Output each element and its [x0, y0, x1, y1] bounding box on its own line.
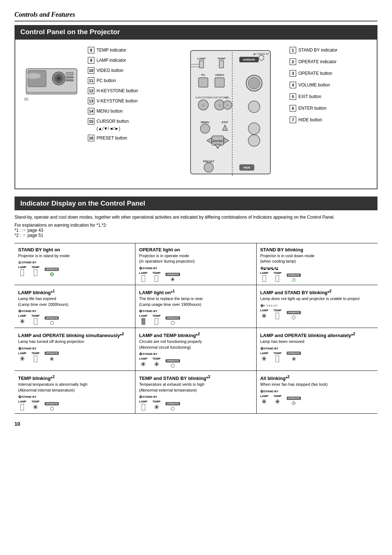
- svg-text:ENTER: ENTER: [213, 139, 222, 143]
- indicator-notes: For explanations on warning indication f…: [15, 223, 377, 238]
- svg-rect-11: [191, 50, 270, 174]
- indicator-lamp-on: LAMP light on*1 The time to replace the …: [135, 285, 256, 328]
- indicator-standby-on: STAND BY light on Projector is in stand …: [15, 243, 135, 285]
- svg-text:PC: PC: [201, 73, 205, 77]
- section-divider: [15, 21, 377, 21]
- label-8: 8 TEMP indicator: [88, 47, 171, 53]
- svg-point-36: [248, 101, 260, 113]
- label-16: 16 PRESET button: [88, 135, 171, 141]
- indicator-lamp-operate-sim: LAMP and OPERATE blinking simultaneously…: [15, 328, 135, 371]
- svg-text:80: 80: [24, 97, 29, 101]
- indicator-all-blink: All blinking*2 When inner fan has stoppe…: [257, 371, 377, 414]
- svg-text:⬡: ⬡: [218, 104, 221, 107]
- label-15: 15 CURSOR button: [88, 118, 171, 125]
- svg-text:VOL.: VOL.: [225, 96, 230, 99]
- svg-rect-6: [66, 77, 73, 78]
- label-6: 6 ENTER button: [290, 105, 366, 112]
- svg-rect-5: [66, 72, 73, 75]
- indicator-section: Stand-by, operate and cool down modes, t…: [15, 214, 377, 414]
- page-container: Controls and Features Control Panel on t…: [15, 11, 377, 427]
- svg-text:⏻ STAND BY: ⏻ STAND BY: [253, 53, 269, 55]
- label-7: 7 HIDE button: [290, 117, 366, 123]
- label-14: 14 MENU button: [88, 108, 171, 114]
- panel-diagram-svg: LAMP TEMP OPERATE ⏻ STAND BY: [183, 47, 278, 181]
- notes-header: For explanations on warning indication f…: [15, 223, 377, 228]
- indicator-intro: Stand-by, operate and cool down modes, t…: [15, 214, 377, 220]
- svg-text:VIDEO: VIDEO: [215, 73, 224, 77]
- note2: *2 : ☞ page 51: [15, 233, 377, 238]
- svg-text:V-KEYSTONE: V-KEYSTONE: [195, 96, 212, 99]
- svg-rect-15: [219, 61, 224, 68]
- projector-svg: 80: [23, 58, 81, 101]
- indicator-operate-on: OPERATE light on Projector is in operate…: [135, 243, 256, 285]
- svg-text:HIDE: HIDE: [243, 166, 250, 169]
- svg-rect-8: [26, 92, 77, 94]
- label-9: 9 LAMP indicator: [88, 57, 171, 64]
- svg-point-49: [204, 163, 213, 172]
- svg-text:+: +: [226, 104, 228, 107]
- label-5: 5 EXIT button: [290, 93, 366, 100]
- indicator-grid: STAND BY light on Projector is in stand …: [15, 243, 377, 414]
- svg-rect-24: [215, 78, 224, 87]
- section-header: Controls and Features: [15, 11, 377, 19]
- svg-text:LAMP: LAMP: [197, 57, 206, 60]
- label-1: 1 STAND BY indicator: [290, 47, 366, 53]
- projector-image: 80: [23, 58, 81, 102]
- svg-point-47: [248, 135, 260, 146]
- label-4: 4 VOLUME button: [290, 82, 366, 88]
- svg-text:⬡: ⬡: [202, 104, 205, 107]
- label-11: 11 PC button: [88, 77, 171, 84]
- svg-point-39: [200, 124, 210, 133]
- svg-text:TEMP: TEMP: [217, 57, 226, 60]
- svg-point-26: [248, 77, 260, 89]
- right-labels: 1 STAND BY indicator 2 OPERATE indicator…: [290, 47, 366, 128]
- indicator-lamp-blink: LAMP blinking*1 Lamp life has expired(La…: [15, 285, 135, 328]
- svg-rect-13: [199, 61, 204, 68]
- svg-text:EXIT: EXIT: [222, 121, 228, 124]
- indicator-temp-standby-blink: TEMP and STAND BY blinking*2 Temperature…: [135, 371, 256, 414]
- svg-text:OPERATE: OPERATE: [243, 58, 255, 61]
- label-10: 10 VIDEO button: [88, 67, 171, 74]
- note1: *1 : ☞ page 43: [15, 228, 377, 233]
- svg-text:MENU: MENU: [201, 121, 209, 124]
- label-15b: (▲/▼/◄/►): [97, 126, 171, 131]
- label-3: 3 OPERATE button: [290, 70, 366, 77]
- control-panel-diagram: LAMP TEMP OPERATE ⏻ STAND BY: [179, 47, 282, 181]
- label-12: 12 H-KEYSTONE button: [88, 88, 171, 94]
- svg-rect-7: [66, 80, 73, 81]
- indicator-lamp-operate-alt: LAMP and OPERATE blinking alternately*2 …: [257, 328, 377, 371]
- svg-rect-1: [28, 70, 46, 87]
- indicator-display-title-bar: Indicator Display on the Control Panel: [15, 197, 377, 210]
- indicator-lamp-standby-blink: LAMP and STAND BY blinking*2 Lamp does n…: [257, 285, 377, 328]
- svg-rect-22: [199, 78, 208, 87]
- indicator-standby-blink: STAND BY blinking Projector is in cool d…: [257, 243, 377, 285]
- label-13: 13 V-KEYSTONE button: [88, 98, 171, 104]
- page-number: 10: [15, 421, 377, 427]
- left-labels: 8 TEMP indicator 9 LAMP indicator 10 VID…: [88, 47, 171, 145]
- control-panel-title-bar: Control Panel on the Projector: [15, 25, 377, 39]
- indicator-lamp-temp-blink: LAMP and TEMP blinking*2 Circuits are no…: [135, 328, 256, 371]
- indicator-temp-blink: TEMP blinking*2 Internal temperature is …: [15, 371, 135, 414]
- svg-point-4: [57, 76, 61, 81]
- label-2: 2 OPERATE indicator: [290, 58, 366, 65]
- svg-point-9: [26, 73, 41, 79]
- diagram-area: 80 8 TEMP indicator 9 LAMP indicator 10 …: [23, 47, 366, 181]
- svg-point-41: [248, 123, 260, 134]
- control-panel-box: 80 8 TEMP indicator 9 LAMP indicator 10 …: [15, 39, 377, 189]
